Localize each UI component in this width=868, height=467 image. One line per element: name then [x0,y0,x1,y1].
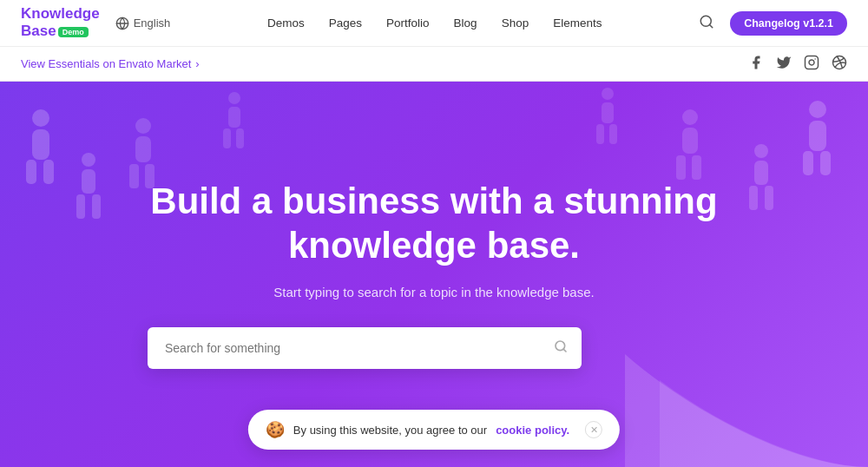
search-icon[interactable] [699,14,714,33]
svg-point-35 [602,88,614,100]
svg-rect-16 [135,136,151,162]
svg-rect-29 [676,155,686,180]
svg-rect-37 [596,124,604,144]
svg-rect-34 [236,128,244,148]
nav-demos[interactable]: Demos [267,16,305,30]
changelog-button[interactable]: Changelog v1.2.1 [730,11,847,36]
svg-point-23 [754,144,768,158]
svg-point-19 [809,101,826,118]
hero-subtitle: Start typing to search for a topic in th… [148,285,720,299]
svg-rect-13 [76,194,85,219]
facebook-icon[interactable] [748,55,764,74]
svg-rect-10 [43,160,54,184]
svg-line-3 [710,24,713,27]
bg-figure-6 [668,108,712,185]
instagram-icon[interactable] [804,55,819,74]
announcement-arrow: › [195,57,199,70]
svg-rect-25 [749,186,758,210]
bg-figure-1 [17,108,65,189]
hero-title: Build a business with a stunning knowled… [148,180,720,267]
svg-line-40 [563,349,566,352]
cookie-banner: 🍪 By using this website, you agree to ou… [248,410,620,450]
svg-rect-33 [223,128,231,148]
navbar: Knowledge BaseDemo English Demos Pages P… [0,0,868,47]
svg-rect-14 [92,194,101,219]
svg-rect-22 [820,151,831,175]
svg-rect-9 [26,160,36,184]
svg-rect-21 [803,151,813,175]
dribbble-icon[interactable] [832,55,847,74]
twitter-icon[interactable] [776,55,792,74]
hero-section: Build a business with a stunning knowled… [0,82,868,467]
nav-shop[interactable]: Shop [502,16,529,30]
bg-figure-7 [217,90,252,155]
svg-rect-30 [692,155,701,180]
nav-blog[interactable]: Blog [454,16,477,30]
svg-rect-28 [682,128,698,154]
svg-rect-38 [609,124,617,144]
nav-pages[interactable]: Pages [329,16,362,30]
search-bar-wrapper [148,327,582,369]
social-icons [748,55,847,74]
svg-rect-20 [809,121,826,151]
demo-badge: Demo [58,27,89,37]
svg-rect-8 [32,129,49,160]
bg-figure-8 [590,86,625,150]
svg-point-11 [82,153,95,167]
navbar-left: Knowledge BaseDemo English [21,6,170,40]
language-selector[interactable]: English [115,16,171,30]
svg-point-15 [135,118,151,134]
globe-icon [115,16,129,30]
cookie-emoji: 🍪 [266,420,285,439]
navbar-right: Changelog v1.2.1 [699,11,847,36]
hero-content: Build a business with a stunning knowled… [130,180,738,369]
svg-rect-4 [806,56,819,69]
nav-portfolio[interactable]: Portfolio [386,16,430,30]
announcement-bar: View Essentials on Envato Market › [0,47,868,82]
language-label: English [134,16,171,30]
svg-point-31 [228,92,240,104]
cookie-text: By using this website, you agree to our [293,424,487,437]
svg-point-7 [32,109,49,127]
bg-figure-4 [794,99,842,181]
search-bar-icon [554,339,568,357]
cookie-policy-link[interactable]: cookie policy. [496,424,569,437]
svg-rect-12 [82,169,95,194]
logo[interactable]: Knowledge BaseDemo [21,6,100,40]
logo-base: Base [21,23,56,39]
announcement-text: View Essentials on Envato Market [21,57,191,70]
nav-elements[interactable]: Elements [553,16,602,30]
svg-rect-36 [602,102,614,123]
svg-rect-24 [754,161,768,185]
logo-text: Knowledge BaseDemo [21,6,100,40]
search-input[interactable] [148,327,582,369]
announcement-link[interactable]: View Essentials on Envato Market › [21,57,200,70]
logo-knowledge: Knowledge [21,5,100,22]
cookie-close-button[interactable]: ✕ [585,421,602,438]
svg-rect-26 [765,186,773,210]
svg-point-27 [682,109,698,125]
bg-figure-5 [742,142,781,215]
navbar-center: Demos Pages Portfolio Blog Shop Elements [267,16,602,30]
bg-figure-2 [69,151,108,224]
svg-rect-32 [228,107,240,128]
